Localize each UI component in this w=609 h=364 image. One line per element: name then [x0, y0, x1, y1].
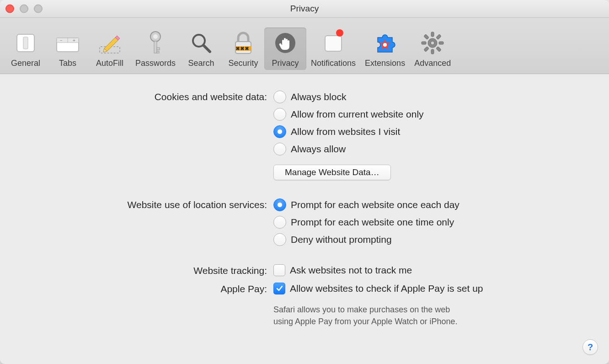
location-label: Website use of location services:	[18, 198, 273, 210]
svg-rect-34	[439, 42, 443, 44]
svg-text:+: +	[73, 38, 75, 43]
switch-icon	[13, 30, 38, 56]
applepay-section: Apple Pay: Allow websites to check if Ap…	[18, 283, 591, 327]
svg-rect-36	[424, 47, 429, 52]
tab-notifications-label: Notifications	[311, 59, 356, 68]
radio-button[interactable]	[273, 91, 286, 103]
applepay-checkbox-row[interactable]: Allow websites to check if Apple Pay is …	[273, 283, 483, 294]
tab-general[interactable]: General	[5, 27, 47, 70]
radio-label: Allow from websites I visit	[291, 126, 400, 137]
radio-button[interactable]	[273, 233, 286, 246]
close-window-button[interactable]	[5, 5, 14, 13]
puzzle-icon	[372, 30, 398, 56]
tab-notifications[interactable]: Notifications	[306, 27, 360, 70]
svg-point-39	[431, 41, 434, 45]
radio-label: Allow from current website only	[291, 108, 424, 120]
tab-search[interactable]: Search	[180, 27, 222, 70]
svg-rect-35	[436, 34, 441, 39]
location-option-deny[interactable]: Deny without prompting	[273, 233, 459, 246]
radio-label: Deny without prompting	[291, 234, 392, 245]
svg-rect-32	[431, 49, 434, 54]
help-button[interactable]: ?	[582, 339, 598, 355]
svg-rect-1	[23, 37, 28, 49]
location-option-each-day[interactable]: Prompt for each website once each day	[273, 198, 459, 211]
cookies-option-always-block[interactable]: Always block	[273, 91, 424, 103]
notification-badge	[336, 29, 343, 37]
tab-passwords[interactable]: Passwords	[131, 27, 180, 70]
manage-website-data-button[interactable]: Manage Website Data…	[273, 165, 391, 180]
svg-rect-27	[325, 36, 342, 51]
key-icon	[143, 30, 168, 56]
radio-label: Prompt for each website once each day	[291, 199, 459, 210]
cookies-section: Cookies and website data: Always block A…	[18, 91, 591, 180]
radio-button[interactable]	[273, 143, 286, 155]
svg-rect-14	[157, 48, 160, 50]
checkbox[interactable]	[273, 283, 285, 294]
window-title: Privacy	[290, 4, 319, 14]
checkbox-label: Allow websites to check if Apple Pay is …	[290, 283, 483, 294]
tab-passwords-label: Passwords	[135, 59, 176, 68]
svg-rect-13	[154, 41, 157, 53]
pencil-icon	[97, 30, 123, 56]
tracking-section: Website tracking: Ask websites not to tr…	[18, 264, 591, 276]
cookies-label: Cookies and website data:	[18, 91, 273, 102]
preferences-toolbar: General − + Tabs	[0, 18, 609, 74]
cookies-option-always-allow[interactable]: Always allow	[273, 143, 424, 155]
tab-general-label: General	[11, 59, 40, 68]
svg-rect-15	[157, 51, 159, 53]
svg-marker-8	[104, 37, 118, 51]
privacy-pane: Cookies and website data: Always block A…	[0, 74, 609, 364]
preferences-window: Privacy General − + Ta	[0, 0, 609, 364]
tab-autofill[interactable]: AutoFill	[89, 27, 131, 70]
radio-button[interactable]	[273, 216, 286, 229]
padlock-icon	[230, 30, 256, 56]
zoom-window-button[interactable]	[34, 5, 43, 13]
tab-privacy-label: Privacy	[272, 59, 299, 68]
tab-privacy[interactable]: Privacy	[264, 27, 306, 70]
checkbox-label: Ask websites not to track me	[290, 264, 412, 276]
svg-rect-38	[436, 47, 441, 52]
tab-advanced-label: Advanced	[414, 59, 451, 68]
tabs-icon: − +	[55, 30, 80, 56]
location-section: Website use of location services: Prompt…	[18, 198, 591, 246]
svg-point-12	[153, 34, 158, 39]
radio-button[interactable]	[273, 108, 286, 121]
titlebar: Privacy	[0, 0, 609, 18]
svg-point-29	[383, 43, 387, 47]
note-icon	[321, 30, 346, 56]
tab-extensions[interactable]: Extensions	[360, 27, 410, 70]
tab-advanced[interactable]: Advanced	[410, 27, 455, 70]
tab-security-label: Security	[229, 59, 258, 68]
tab-extensions-label: Extensions	[365, 59, 405, 68]
tab-autofill-label: AutoFill	[96, 59, 123, 68]
window-controls	[5, 5, 43, 13]
cookies-option-current-only[interactable]: Allow from current website only	[273, 108, 424, 121]
tab-tabs[interactable]: − + Tabs	[47, 27, 89, 70]
gear-icon	[420, 30, 445, 56]
svg-rect-31	[431, 32, 434, 37]
tab-tabs-label: Tabs	[59, 59, 76, 68]
help-line: using Apple Pay from your Apple Watch or…	[273, 317, 458, 326]
magnifier-icon	[188, 30, 214, 56]
radio-label: Prompt for each website one time only	[291, 216, 454, 228]
radio-label: Always block	[291, 91, 346, 102]
applepay-help-text: Safari allows you to make purchases on t…	[273, 304, 483, 327]
svg-rect-37	[424, 34, 429, 39]
do-not-track-checkbox-row[interactable]: Ask websites not to track me	[273, 264, 412, 276]
tab-search-label: Search	[188, 59, 214, 68]
applepay-label: Apple Pay:	[18, 283, 273, 294]
tab-security[interactable]: Security	[222, 27, 264, 70]
svg-text:−: −	[60, 38, 63, 43]
cookies-option-visited[interactable]: Allow from websites I visit	[273, 125, 424, 138]
svg-rect-33	[422, 42, 426, 44]
checkbox[interactable]	[273, 264, 285, 276]
radio-label: Always allow	[291, 143, 346, 155]
minimize-window-button[interactable]	[20, 5, 28, 13]
svg-line-17	[203, 45, 210, 52]
radio-button[interactable]	[273, 198, 286, 211]
tracking-label: Website tracking:	[18, 264, 273, 276]
radio-button[interactable]	[273, 125, 286, 138]
location-option-one-time[interactable]: Prompt for each website one time only	[273, 216, 459, 229]
hand-icon	[272, 30, 298, 56]
help-line: Safari allows you to make purchases on t…	[273, 305, 450, 314]
